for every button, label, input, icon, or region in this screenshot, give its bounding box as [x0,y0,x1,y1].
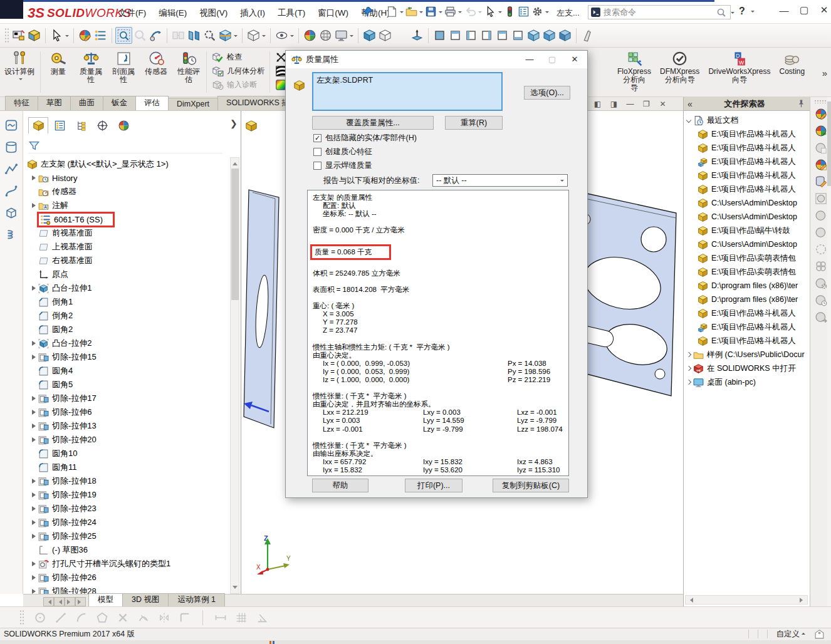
chevron-down-icon[interactable] [686,118,691,123]
sk-corner-icon[interactable] [179,611,191,624]
tree-item-7[interactable]: 原点 [23,267,230,281]
tree-item-9[interactable]: 倒角1 [23,295,230,309]
tree-item-4[interactable]: 前视基准面 [23,226,230,240]
tree-item-23[interactable]: 切除-拉伸19 [23,488,230,502]
sk-line-icon[interactable] [55,611,67,624]
tab-prev-button[interactable] [54,597,65,606]
copy-clipboard-button[interactable]: 复制到剪贴板(C) [493,479,569,492]
collapse-pane-icon[interactable]: « [687,99,692,109]
vc-trimetric-button[interactable] [557,28,573,43]
tree-item-25[interactable]: 切除-拉伸24 [23,516,230,529]
tree-item-10[interactable]: 倒角2 [23,309,230,323]
tree-item-27[interactable]: (-) 草图36 [23,543,230,557]
blue-cube-button[interactable] [362,28,377,43]
chevron-right-icon[interactable] [686,352,691,357]
scroll-right-button[interactable] [798,596,807,604]
updown-axis-button[interactable] [409,28,425,43]
explorer-root-2[interactable]: 桌面 (abin-pc) [684,375,810,389]
tree-item-28[interactable]: 打孔尺寸开槽半沉头螺钉的类型1 [23,557,230,571]
expand-arrow[interactable] [29,437,38,442]
ribbon-button-5[interactable]: 性能评 估 [172,48,205,96]
menu-1[interactable]: 编辑(E) [153,6,192,21]
left-strip-icon-6[interactable] [4,228,18,242]
tree-item-17[interactable]: 切除-拉伸6 [23,405,230,419]
dialog-close-button[interactable]: ✕ [563,51,586,67]
tree-item-16[interactable]: 切除-拉伸17 [23,392,230,405]
tree-item-1[interactable]: 传感器 [23,185,230,199]
tree-item-5[interactable]: 上视基准面 [23,240,230,254]
fm-tab-propertymanager[interactable] [50,117,70,134]
vc-right-button[interactable] [479,28,494,43]
tree-item-8[interactable]: 凸台-拉伸1 [23,281,230,295]
appearance-tool-3-icon[interactable] [815,142,827,154]
fm-tab-displaymanager[interactable] [113,117,133,134]
caret-icon[interactable] [19,78,23,82]
recent-file-6[interactable]: C:\Users\Admin\Desktop [684,210,810,224]
zoom-fit-button[interactable] [115,27,132,44]
menu-2[interactable]: 视图(V) [194,6,233,21]
help-button[interactable]: ? [736,6,748,17]
chevron-right-icon[interactable] [686,380,691,385]
model-tab-模型[interactable]: 模型 [88,593,123,606]
recent-file-14[interactable]: E:\项目\作品\格斗机器人 [684,320,810,334]
recent-file-5[interactable]: C:\Users\Admin\Desktop [684,196,810,210]
recent-file-3[interactable]: E:\项目\作品\格斗机器人 [684,169,810,182]
recent-file-13[interactable]: E:\项目\作品\格斗机器人 [684,306,810,320]
caret-icon[interactable] [290,35,294,39]
appearance-tool-12-icon[interactable] [815,294,827,306]
caret-icon[interactable] [350,35,353,39]
ribbon-overflow-button[interactable]: » [822,68,827,78]
checkbox[interactable]: ✓ [313,134,321,142]
recent-file-7[interactable]: E:\项目\作品\蜗牛\转鼓 [684,224,810,237]
menu-0[interactable]: 文件(F) [113,6,152,21]
sk-angle-icon[interactable] [256,611,268,624]
file-explorer-hscroll[interactable] [685,595,808,605]
open-folder-button[interactable] [405,4,424,19]
tab-曲面[interactable]: 曲面 [70,96,103,110]
tree-item-11[interactable]: 圆角2 [23,323,230,336]
wand-button[interactable] [580,28,595,43]
checkbox-row-2[interactable]: 显示焊缝质量 [313,160,372,171]
sk-mirror-icon[interactable] [158,611,170,624]
sk-x-icon[interactable] [117,611,129,624]
vc-top-button[interactable] [494,28,510,43]
sk-circle-icon[interactable] [34,611,46,624]
scroll-left-button[interactable] [686,596,695,604]
explorer-root-0[interactable]: 样例 (C:\Users\Public\Docur [684,348,810,361]
tree-item-12[interactable]: 凸台-拉伸2 [23,336,230,350]
expand-arrow[interactable] [29,506,38,511]
expand-arrow[interactable] [29,479,38,484]
expand-arrow[interactable] [29,492,38,497]
search-command-box[interactable] [588,5,731,19]
tab-评估[interactable]: 评估 [135,96,169,110]
caret-icon[interactable] [400,11,404,15]
display-settings-button[interactable] [93,28,108,43]
recent-file-15[interactable]: E:\项目\作品\格斗机器人 [684,334,810,348]
panel-expand-chevron[interactable]: ❯ [230,118,238,128]
appearance-tool-8-icon[interactable] [815,226,827,239]
task-pane-scrollbar-thumb[interactable] [827,101,831,186]
tree-item-20[interactable]: 圆角10 [23,447,230,460]
doc-restore-button[interactable]: ❐ [640,99,652,109]
vc-bottom-button[interactable] [510,28,526,43]
recent-file-9[interactable]: E:\项目\作品\卖萌表情包 [684,251,810,265]
zoom-selection-button[interactable] [202,28,217,43]
caret-icon[interactable] [262,35,266,39]
vc-left-button[interactable] [463,28,479,43]
expand-arrow[interactable] [29,175,38,180]
dialog-minimize-button[interactable]: — [518,51,541,67]
recent-file-4[interactable]: E:\项目\作品\格斗机器人 [684,182,810,196]
tree-item-13[interactable]: 切除-拉伸15 [23,350,230,364]
tree-item-6[interactable]: 右视基准面 [23,254,230,267]
menu-4[interactable]: 工具(T) [272,6,311,21]
pin-menu-icon[interactable] [362,6,374,19]
expand-arrow[interactable] [29,575,38,580]
recent-file-1[interactable]: E:\项目\作品\格斗机器人 [684,141,810,155]
left-strip-icon-5[interactable] [4,206,18,220]
white-cube-button[interactable] [377,28,393,43]
expand-arrow[interactable] [29,534,38,539]
section-view-button[interactable] [217,28,239,43]
appearance-tool-1-icon[interactable] [815,108,827,120]
import-diagnostics-button[interactable]: 输入诊断 [212,79,264,91]
left-strip-icon-2[interactable] [4,140,18,154]
